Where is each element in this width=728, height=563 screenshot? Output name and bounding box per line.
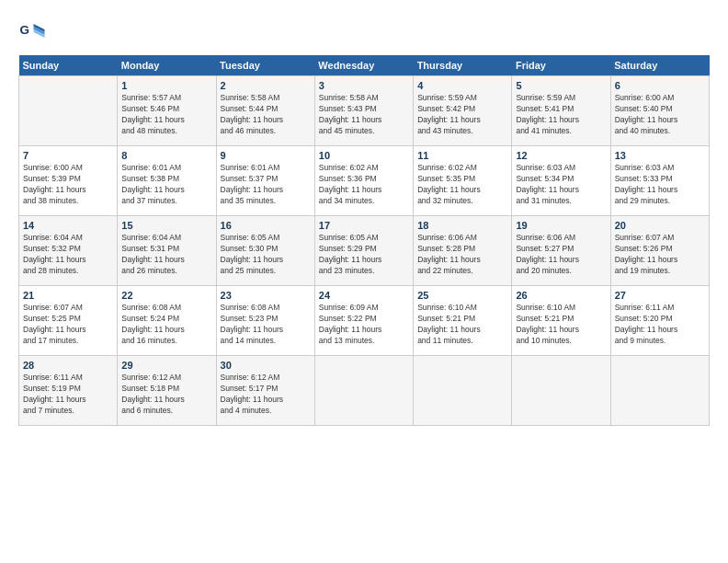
calendar-cell: 22Sunrise: 6:08 AM Sunset: 5:24 PM Dayli…	[118, 286, 216, 356]
weekday-header: Tuesday	[216, 55, 314, 76]
day-number: 9	[221, 150, 311, 161]
day-info: Sunrise: 6:06 AM Sunset: 5:27 PM Dayligh…	[516, 233, 606, 277]
day-info: Sunrise: 6:00 AM Sunset: 5:40 PM Dayligh…	[615, 93, 705, 137]
day-number: 18	[417, 220, 507, 231]
day-info: Sunrise: 6:06 AM Sunset: 5:28 PM Dayligh…	[417, 233, 507, 277]
day-info: Sunrise: 6:11 AM Sunset: 5:19 PM Dayligh…	[23, 373, 113, 417]
day-number: 15	[121, 220, 211, 231]
day-number: 23	[221, 290, 311, 301]
calendar-cell	[512, 356, 610, 426]
calendar-cell: 17Sunrise: 6:05 AM Sunset: 5:29 PM Dayli…	[314, 216, 413, 286]
calendar-cell	[314, 356, 413, 426]
calendar-week-row: 7Sunrise: 6:00 AM Sunset: 5:39 PM Daylig…	[19, 146, 710, 216]
calendar-cell: 28Sunrise: 6:11 AM Sunset: 5:19 PM Dayli…	[19, 356, 118, 426]
day-number: 10	[319, 150, 409, 161]
weekday-header: Wednesday	[314, 55, 413, 76]
calendar-cell: 30Sunrise: 6:12 AM Sunset: 5:17 PM Dayli…	[216, 356, 314, 426]
calendar-cell: 18Sunrise: 6:06 AM Sunset: 5:28 PM Dayli…	[414, 216, 512, 286]
calendar-cell	[19, 76, 118, 146]
day-info: Sunrise: 5:57 AM Sunset: 5:46 PM Dayligh…	[121, 93, 211, 137]
calendar-cell: 7Sunrise: 6:00 AM Sunset: 5:39 PM Daylig…	[19, 146, 118, 216]
calendar-cell: 3Sunrise: 5:58 AM Sunset: 5:43 PM Daylig…	[314, 76, 413, 146]
calendar-cell	[610, 356, 709, 426]
day-number: 3	[319, 80, 409, 91]
calendar-cell: 24Sunrise: 6:09 AM Sunset: 5:22 PM Dayli…	[314, 286, 413, 356]
calendar-cell: 10Sunrise: 6:02 AM Sunset: 5:36 PM Dayli…	[314, 146, 413, 216]
day-info: Sunrise: 6:07 AM Sunset: 5:26 PM Dayligh…	[615, 233, 705, 277]
weekday-header: Sunday	[19, 55, 118, 76]
calendar-cell: 4Sunrise: 5:59 AM Sunset: 5:42 PM Daylig…	[414, 76, 512, 146]
day-info: Sunrise: 5:59 AM Sunset: 5:41 PM Dayligh…	[516, 93, 606, 137]
day-number: 24	[319, 290, 409, 301]
day-info: Sunrise: 6:12 AM Sunset: 5:17 PM Dayligh…	[221, 373, 311, 417]
day-number: 19	[516, 220, 606, 231]
calendar-cell: 8Sunrise: 6:01 AM Sunset: 5:38 PM Daylig…	[118, 146, 216, 216]
day-number: 25	[417, 290, 507, 301]
day-number: 27	[615, 290, 705, 301]
day-number: 22	[121, 290, 211, 301]
calendar-cell: 19Sunrise: 6:06 AM Sunset: 5:27 PM Dayli…	[512, 216, 610, 286]
weekday-header: Saturday	[610, 55, 709, 76]
calendar-week-row: 1Sunrise: 5:57 AM Sunset: 5:46 PM Daylig…	[19, 76, 710, 146]
calendar-cell: 1Sunrise: 5:57 AM Sunset: 5:46 PM Daylig…	[118, 76, 216, 146]
calendar-cell: 29Sunrise: 6:12 AM Sunset: 5:18 PM Dayli…	[118, 356, 216, 426]
day-number: 21	[23, 290, 113, 301]
logo: G	[18, 18, 50, 46]
calendar-week-row: 28Sunrise: 6:11 AM Sunset: 5:19 PM Dayli…	[19, 356, 710, 426]
calendar-cell	[414, 356, 512, 426]
day-number: 28	[23, 360, 113, 371]
day-number: 4	[417, 80, 507, 91]
day-info: Sunrise: 6:08 AM Sunset: 5:24 PM Dayligh…	[121, 303, 211, 347]
day-info: Sunrise: 6:10 AM Sunset: 5:21 PM Dayligh…	[417, 303, 507, 347]
calendar-cell: 5Sunrise: 5:59 AM Sunset: 5:41 PM Daylig…	[512, 76, 610, 146]
calendar-cell: 21Sunrise: 6:07 AM Sunset: 5:25 PM Dayli…	[19, 286, 118, 356]
day-info: Sunrise: 6:09 AM Sunset: 5:22 PM Dayligh…	[319, 303, 409, 347]
day-number: 12	[516, 150, 606, 161]
day-info: Sunrise: 6:12 AM Sunset: 5:18 PM Dayligh…	[121, 373, 211, 417]
calendar-cell: 16Sunrise: 6:05 AM Sunset: 5:30 PM Dayli…	[216, 216, 314, 286]
page-header: G	[18, 18, 710, 46]
day-info: Sunrise: 6:08 AM Sunset: 5:23 PM Dayligh…	[221, 303, 311, 347]
day-info: Sunrise: 6:04 AM Sunset: 5:32 PM Dayligh…	[23, 233, 113, 277]
calendar-cell: 14Sunrise: 6:04 AM Sunset: 5:32 PM Dayli…	[19, 216, 118, 286]
day-info: Sunrise: 6:02 AM Sunset: 5:36 PM Dayligh…	[319, 163, 409, 207]
day-number: 29	[121, 360, 211, 371]
logo-icon: G	[18, 18, 46, 46]
day-info: Sunrise: 6:05 AM Sunset: 5:30 PM Dayligh…	[221, 233, 311, 277]
calendar-cell: 20Sunrise: 6:07 AM Sunset: 5:26 PM Dayli…	[610, 216, 709, 286]
day-number: 26	[516, 290, 606, 301]
day-info: Sunrise: 5:58 AM Sunset: 5:43 PM Dayligh…	[319, 93, 409, 137]
day-info: Sunrise: 6:03 AM Sunset: 5:34 PM Dayligh…	[516, 163, 606, 207]
calendar-cell: 25Sunrise: 6:10 AM Sunset: 5:21 PM Dayli…	[414, 286, 512, 356]
calendar-cell: 12Sunrise: 6:03 AM Sunset: 5:34 PM Dayli…	[512, 146, 610, 216]
calendar-week-row: 21Sunrise: 6:07 AM Sunset: 5:25 PM Dayli…	[19, 286, 710, 356]
calendar-cell: 13Sunrise: 6:03 AM Sunset: 5:33 PM Dayli…	[610, 146, 709, 216]
calendar-cell: 27Sunrise: 6:11 AM Sunset: 5:20 PM Dayli…	[610, 286, 709, 356]
svg-text:G: G	[20, 23, 30, 37]
day-number: 6	[615, 80, 705, 91]
calendar-header: SundayMondayTuesdayWednesdayThursdayFrid…	[19, 55, 710, 76]
calendar-cell: 23Sunrise: 6:08 AM Sunset: 5:23 PM Dayli…	[216, 286, 314, 356]
day-number: 8	[121, 150, 211, 161]
day-info: Sunrise: 6:02 AM Sunset: 5:35 PM Dayligh…	[417, 163, 507, 207]
day-number: 2	[221, 80, 311, 91]
day-info: Sunrise: 6:05 AM Sunset: 5:29 PM Dayligh…	[319, 233, 409, 277]
day-info: Sunrise: 6:00 AM Sunset: 5:39 PM Dayligh…	[23, 163, 113, 207]
day-info: Sunrise: 6:03 AM Sunset: 5:33 PM Dayligh…	[615, 163, 705, 207]
day-number: 7	[23, 150, 113, 161]
calendar-cell: 2Sunrise: 5:58 AM Sunset: 5:44 PM Daylig…	[216, 76, 314, 146]
day-info: Sunrise: 6:01 AM Sunset: 5:38 PM Dayligh…	[121, 163, 211, 207]
day-number: 1	[121, 80, 211, 91]
weekday-header: Monday	[118, 55, 216, 76]
day-info: Sunrise: 5:58 AM Sunset: 5:44 PM Dayligh…	[221, 93, 311, 137]
calendar-cell: 9Sunrise: 6:01 AM Sunset: 5:37 PM Daylig…	[216, 146, 314, 216]
day-info: Sunrise: 6:11 AM Sunset: 5:20 PM Dayligh…	[615, 303, 705, 347]
calendar-cell: 11Sunrise: 6:02 AM Sunset: 5:35 PM Dayli…	[414, 146, 512, 216]
weekday-header: Thursday	[414, 55, 512, 76]
calendar-cell: 26Sunrise: 6:10 AM Sunset: 5:21 PM Dayli…	[512, 286, 610, 356]
day-number: 5	[516, 80, 606, 91]
day-number: 13	[615, 150, 705, 161]
day-info: Sunrise: 6:04 AM Sunset: 5:31 PM Dayligh…	[121, 233, 211, 277]
day-number: 17	[319, 220, 409, 231]
day-number: 11	[417, 150, 507, 161]
